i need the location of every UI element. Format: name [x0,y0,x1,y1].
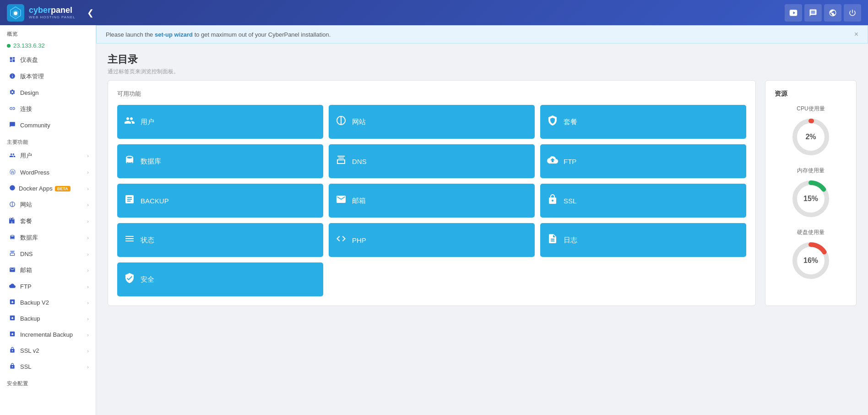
page-header: 主目录 通过标签页来浏览控制面板。 [96,44,868,80]
version-icon [8,73,16,81]
websites-icon [8,201,16,209]
feature-btn-users[interactable]: 用户 [117,105,323,139]
disk-value: 16% [803,257,818,265]
globe-btn[interactable] [824,4,841,22]
feature-btn-status[interactable]: 状态 [117,223,323,257]
resources-panel: 资源 CPU使用量 2% 内存使用量 [765,80,857,306]
feature-backup-icon [124,194,135,208]
email-arrow: › [87,268,89,273]
youtube-btn[interactable] [785,4,802,22]
sidebar-item-connect[interactable]: 连接 [0,101,96,117]
feature-btn-php[interactable]: PHP [329,223,535,257]
feature-btn-dns[interactable]: DNS [329,144,535,178]
header-actions [785,4,861,22]
sidebar-item-email[interactable]: 邮箱 › [0,262,96,278]
header: cyberpanel WEB HOSTING PANEL ❮ [0,0,868,25]
cpu-donut: 2% [790,116,831,158]
ssl-icon [8,363,16,371]
feature-php-icon [336,233,347,247]
feature-email-label: 邮箱 [352,197,366,205]
backup-icon [8,315,16,322]
sidebar-item-design[interactable]: Design [0,85,96,101]
sidebar-item-backup[interactable]: Backup › [0,311,96,327]
email-icon [8,267,16,274]
feature-databases-label: 数据库 [141,157,161,166]
sidebar-item-version[interactable]: 版本管理 [0,68,96,85]
feature-btn-logs[interactable]: 日志 [540,223,746,257]
disk-donut: 16% [790,240,831,281]
sidebar-item-ssl-v2[interactable]: SSL v2 › [0,343,96,359]
memory-donut: 15% [790,178,831,219]
docker-arrow: › [87,186,89,191]
databases-icon [8,234,16,242]
dns-icon [8,250,16,258]
chat-btn[interactable] [804,4,822,22]
feature-packages-label: 套餐 [564,118,577,126]
feature-btn-backup[interactable]: BACKUP [117,184,323,218]
feature-packages-icon [547,115,558,129]
sidebar-section-security: 安全配置 [0,375,96,389]
sidebar-item-dns[interactable]: DNS › [0,246,96,262]
resources-title: 资源 [775,90,847,98]
feature-security-label: 安全 [141,275,154,284]
design-icon [8,89,16,97]
feature-btn-ftp[interactable]: FTP [540,144,746,178]
power-btn[interactable] [844,4,861,22]
sidebar-item-users[interactable]: 用户 › [0,147,96,164]
websites-arrow: › [87,202,89,208]
feature-ssl-icon [547,194,558,208]
logo-sub: WEB HOSTING PANEL [29,15,76,19]
backup-v2-arrow: › [87,300,89,306]
svg-point-3 [14,11,17,15]
docker-icon [8,185,16,192]
cpu-value: 2% [805,133,816,141]
feature-backup-label: BACKUP [141,197,169,205]
wordpress-arrow: › [87,169,89,175]
sidebar-item-ftp[interactable]: FTP › [0,278,96,295]
sidebar-item-websites[interactable]: 网站 › [0,197,96,213]
sidebar-item-dashboard[interactable]: 仪表盘 [0,52,96,68]
databases-arrow: › [87,235,89,240]
sidebar-item-packages[interactable]: 套餐 › [0,213,96,229]
packages-arrow: › [87,218,89,224]
feature-btn-databases[interactable]: 数据库 [117,144,323,178]
feature-btn-ssl[interactable]: SSL [540,184,746,218]
features-grid: 用户 网站 套餐 [117,105,746,296]
incremental-arrow: › [87,332,89,338]
sidebar-section-overview: 概览 [0,25,96,39]
cpu-resource: CPU使用量 2% [775,105,847,158]
users-arrow: › [87,153,89,158]
ip-status-dot [7,44,11,48]
wordpress-icon: Ⓦ [8,168,16,176]
sidebar-item-wordpress[interactable]: Ⓦ WordPress › [0,164,96,180]
feature-email-icon [336,194,347,208]
feature-status-label: 状态 [141,236,154,245]
packages-icon [8,218,16,225]
feature-ftp-icon [547,154,558,168]
setup-wizard-link[interactable]: set-up wizard [155,31,193,38]
sidebar-toggle-btn[interactable]: ❮ [87,8,94,18]
alert-text: Please launch the set-up wizard to get m… [106,31,331,38]
feature-btn-websites[interactable]: 网站 [329,105,535,139]
sidebar-item-docker[interactable]: Docker Apps BETA › [0,180,96,197]
sidebar-item-backup-v2[interactable]: Backup V2 › [0,295,96,311]
feature-websites-icon [336,115,347,129]
feature-logs-icon [547,233,558,247]
feature-php-label: PHP [352,236,366,244]
feature-btn-security[interactable]: 安全 [117,262,323,296]
cpu-label: CPU使用量 [775,105,847,113]
feature-databases-icon [124,154,135,168]
sidebar-item-community[interactable]: Community [0,117,96,133]
connect-icon [8,105,16,113]
feature-btn-email[interactable]: 邮箱 [329,184,535,218]
sidebar-item-incremental-backup[interactable]: Incremental Backup › [0,327,96,343]
memory-value: 15% [803,195,818,203]
memory-label: 内存使用量 [775,167,847,175]
sidebar-item-ssl[interactable]: SSL › [0,359,96,375]
alert-close-btn[interactable]: × [854,30,858,38]
sidebar-item-databases[interactable]: 数据库 › [0,229,96,246]
sidebar-ip: 23.133.6.32 [0,39,96,52]
features-panel: 可用功能 用户 网站 [108,80,756,306]
feature-btn-packages[interactable]: 套餐 [540,105,746,139]
feature-users-label: 用户 [141,118,154,126]
